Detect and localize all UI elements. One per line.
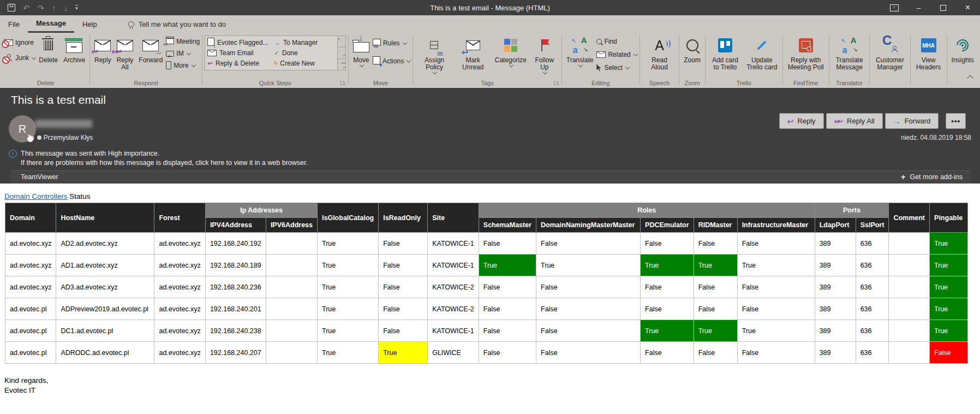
meeting-button[interactable]: ↩ Meeting — [166, 37, 200, 46]
tell-me-box[interactable]: Tell me what you want to do — [128, 15, 226, 33]
scroll-down-button[interactable] — [338, 48, 345, 59]
next-item-icon[interactable]: ↓ — [64, 4, 68, 12]
ribbon-divider — [413, 35, 413, 85]
insights-button[interactable]: Insights — [949, 34, 976, 65]
zoom-button[interactable]: Zoom — [682, 34, 703, 65]
reply-all-button[interactable]: ↩↩ Reply All — [115, 34, 136, 72]
recipient-chip[interactable]: Przemysław Kłys — [37, 134, 93, 141]
table-cell: ad.evotec.pl — [5, 342, 56, 364]
dialog-launcher-icon[interactable]: ↘ — [554, 80, 559, 85]
translate-message-button[interactable]: ↖Aa↘ Translate Message — [832, 34, 867, 72]
actions-button[interactable]: ● Actions — [373, 56, 410, 66]
more-respond-button[interactable]: More — [166, 61, 200, 69]
translate-button[interactable]: ↖Aa↘ Translate — [564, 34, 596, 68]
tab-message[interactable]: Message — [28, 15, 74, 33]
previous-item-icon[interactable]: ↑ — [52, 4, 56, 12]
teamviewer-addin-button[interactable]: TeamViewer — [10, 173, 58, 181]
insights-icon — [954, 37, 971, 54]
table-cell: 636 — [856, 320, 889, 342]
quick-step-reply-delete[interactable]: ↩ Reply & Delete — [207, 58, 274, 68]
find-button[interactable]: Find — [596, 38, 637, 45]
ribbon-display-options-icon: ↑ — [890, 4, 899, 11]
assign-policy-button[interactable]: ✉ Assign Policy — [415, 34, 453, 75]
dialog-launcher-icon[interactable]: ↘ — [340, 80, 346, 85]
table-cell: False — [479, 342, 536, 364]
delete-button[interactable]: Delete — [37, 34, 60, 65]
translate-icon: ↖Aa↘ — [573, 38, 587, 52]
envelope-icon — [207, 50, 217, 56]
read-aloud-button[interactable]: A Read Aloud — [642, 34, 677, 72]
customer-manager-button[interactable]: C Customer Manager — [872, 34, 907, 72]
reply-with-meeting-poll-button[interactable]: Reply with Meeting Poll — [785, 34, 827, 72]
follow-up-button[interactable]: Follow Up — [530, 34, 559, 75]
forward-button[interactable]: → Forward — [136, 34, 165, 65]
chevron-down-icon — [634, 52, 638, 56]
add-card-to-trello-button[interactable]: Add card to Trello — [708, 34, 743, 72]
ribbon-display-options-button[interactable]: ↑ — [882, 0, 906, 15]
close-button[interactable]: × — [955, 0, 980, 15]
forward-header-button[interactable]: →Forward — [885, 113, 939, 129]
mark-unread-button[interactable]: ↩ Mark Unread — [455, 34, 492, 72]
reply-all-arrows-icon: ↩↩ — [834, 117, 839, 125]
tab-file[interactable]: File — [0, 15, 28, 33]
tab-help[interactable]: Help — [74, 15, 105, 33]
reply-header-button[interactable]: ↩Reply — [779, 113, 824, 129]
info-line-web-browser[interactable]: If there are problems with how this mess… — [21, 158, 308, 168]
select-button[interactable]: Select — [596, 64, 637, 72]
table-cell: False — [536, 233, 641, 255]
signature-line2: Evotec IT — [4, 386, 48, 395]
reply-all-header-button[interactable]: ↩↩Reply All — [826, 113, 883, 129]
scroll-up-button[interactable] — [338, 36, 345, 48]
ignore-button[interactable]: Ignore — [4, 39, 35, 46]
minimize-button[interactable]: – — [906, 0, 931, 15]
table-cell: False — [737, 276, 815, 298]
pencil-icon — [757, 41, 767, 50]
table-cell: ad.evotec.xyz — [154, 276, 205, 298]
ribbon-divider — [947, 35, 947, 85]
domain-controllers-link[interactable]: Domain Controllers — [4, 192, 68, 200]
undo-icon[interactable]: ↶ — [23, 4, 30, 12]
rules-button[interactable]: ✉ Rules — [373, 39, 410, 48]
table-cell — [266, 233, 317, 255]
reply-all-envelope-icon — [117, 40, 133, 51]
quick-step-done[interactable]: ✓ Done — [274, 48, 338, 58]
related-button[interactable]: Related — [596, 51, 637, 58]
ribbon-group-zoom: Zoom Zoom — [680, 33, 704, 88]
categorize-button[interactable]: Categorize — [493, 34, 529, 68]
ribbon-divider — [202, 35, 202, 85]
quick-step-create-new[interactable]: ϟ Create New — [274, 58, 338, 68]
table-cell: False — [479, 233, 536, 255]
move-button[interactable]: ↓ Move — [351, 34, 372, 68]
table-cell: GLIWICE — [428, 342, 479, 364]
zoom-icon — [686, 39, 698, 51]
redo-icon[interactable]: ↷ — [38, 4, 45, 12]
chevron-up-icon — [967, 75, 973, 81]
table-cell: False — [737, 233, 815, 255]
view-headers-button[interactable]: MHA View Headers — [913, 34, 945, 72]
im-button[interactable]: IM — [166, 50, 200, 57]
quick-step-to-manager[interactable]: → To Manager — [274, 37, 338, 48]
customize-qat-icon[interactable]: ▾ — [75, 5, 78, 10]
more-actions-button[interactable]: ••• — [946, 113, 966, 129]
window-controls: ↑ – × — [882, 0, 980, 15]
table-cell — [266, 342, 317, 364]
quick-step-evotec-flagged[interactable]: ↓ Evotec Flagged... — [207, 37, 274, 48]
ribbon-tab-row: File Message Help Tell me what you want … — [0, 15, 980, 33]
get-more-addins-button[interactable]: Get more add-ins — [901, 173, 970, 181]
maximize-button[interactable] — [931, 0, 955, 15]
plus-icon — [901, 173, 905, 181]
update-trello-card-button[interactable]: Update Trello card — [744, 34, 780, 72]
quick-step-team-email[interactable]: Team Email — [207, 48, 274, 58]
reply-arrow-icon: ↩ — [91, 48, 98, 56]
column-header-sslport: SslPort — [856, 218, 889, 233]
collapse-ribbon-button[interactable] — [968, 73, 972, 82]
table-cell: ad.evotec.xyz — [5, 276, 56, 298]
save-icon[interactable] — [8, 4, 15, 11]
table-cell: AD1.ad.evotec.xyz — [56, 255, 154, 276]
table-cell: False — [737, 298, 815, 320]
junk-button[interactable]: Junk — [4, 54, 35, 62]
reply-button[interactable]: ↩ Reply — [92, 34, 113, 65]
archive-button[interactable]: Archive — [61, 34, 87, 65]
gallery-more-button[interactable] — [338, 59, 345, 70]
to-label: To — [27, 134, 34, 141]
